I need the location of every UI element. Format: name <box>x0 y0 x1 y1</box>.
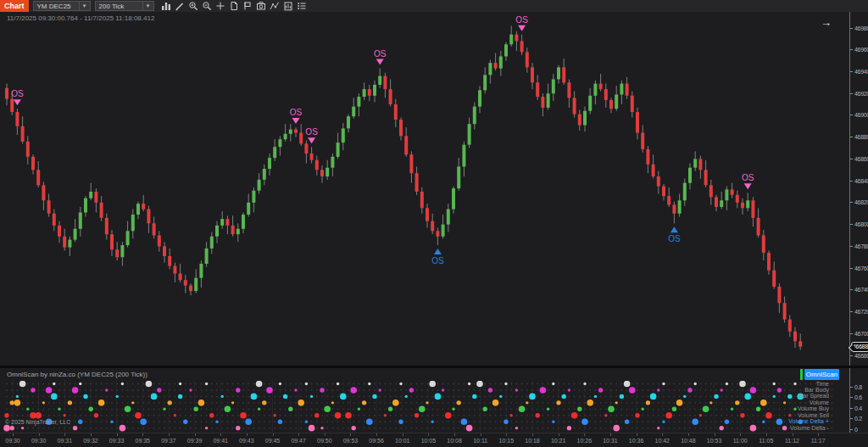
dot-grid <box>6 383 832 429</box>
candle <box>488 59 492 83</box>
candle <box>688 164 692 190</box>
pencil-icon[interactable] <box>175 1 186 11</box>
price-axis[interactable]: 4698046960469404692046900468804686046840… <box>849 12 868 433</box>
candle <box>436 227 439 245</box>
camera-icon[interactable] <box>256 1 267 11</box>
candle <box>746 193 749 211</box>
candle <box>798 333 802 349</box>
omniscan-scale-tick: 0.2 <box>850 416 862 422</box>
time-axis-label: 10:53 <box>707 438 722 444</box>
candle <box>426 204 429 227</box>
candle <box>47 194 51 217</box>
instrument-dropdown[interactable]: YM DEC25 ▾ <box>33 1 91 11</box>
chart-window: Chart YM DEC25 ▾ 200 Tick ▾ 11/7/2025 09… <box>0 0 868 447</box>
list-icon[interactable] <box>297 1 308 11</box>
time-tick <box>454 433 455 436</box>
chevron-down-icon: ▾ <box>79 2 90 10</box>
panel-splitter[interactable] <box>0 366 868 368</box>
candle <box>483 67 487 93</box>
price-tick: 46760 <box>850 265 868 271</box>
time-tick <box>247 433 248 436</box>
omniscan-panel-title: OmniScan by ninZa.co (YM DEC25 (200 Tick… <box>7 371 147 378</box>
candle <box>252 187 255 213</box>
price-tick-label: 46720 <box>854 309 868 315</box>
time-axis-label: 09:33 <box>109 438 125 444</box>
document-icon[interactable] <box>229 1 240 11</box>
last-price-tag: 46688 <box>851 342 868 352</box>
tab-chart[interactable]: Chart <box>0 0 29 12</box>
candlestick-series <box>5 25 802 349</box>
candle <box>667 187 670 207</box>
toolbar: Chart YM DEC25 ▾ 200 Tick ▾ <box>0 0 868 13</box>
candle <box>783 297 787 323</box>
candle <box>731 183 734 198</box>
price-tick-label: 46800 <box>854 221 868 227</box>
candle <box>562 59 565 85</box>
time-axis-label: 10:42 <box>654 438 670 444</box>
candle <box>626 77 629 99</box>
candle <box>357 93 360 116</box>
candle <box>715 195 718 211</box>
omniscan-scale-tick: 0.4 <box>850 405 862 411</box>
candle <box>179 264 182 282</box>
candle <box>678 194 682 217</box>
time-axis[interactable]: 09:3009:3009:3109:3209:3309:3509:3709:39… <box>0 433 868 447</box>
time-tick <box>220 433 221 436</box>
candle <box>725 187 728 210</box>
time-tick <box>766 433 767 436</box>
omniscan-scale-tick: 0.8 <box>850 383 862 390</box>
bar-chart-icon[interactable] <box>161 1 172 11</box>
candle <box>646 146 649 173</box>
crosshair-icon[interactable] <box>215 1 226 11</box>
candle <box>173 263 176 282</box>
go-to-latest-arrow-icon[interactable]: → <box>821 16 832 29</box>
candle <box>399 118 403 141</box>
zoom-out-icon[interactable] <box>202 1 213 11</box>
triangle-down-icon <box>292 118 300 124</box>
candle <box>26 136 30 164</box>
price-tick: 46860 <box>850 155 868 162</box>
candle <box>205 242 209 267</box>
zoom-in-icon[interactable] <box>188 1 199 11</box>
flag-icon[interactable] <box>242 1 253 11</box>
candle <box>757 208 760 237</box>
interval-dropdown[interactable]: 200 Tick ▾ <box>95 1 154 11</box>
candle <box>273 139 276 161</box>
candle <box>720 192 723 210</box>
time-tick <box>506 433 507 436</box>
omniscan-button[interactable]: OmniScan <box>804 369 839 380</box>
candle <box>431 214 434 234</box>
time-tick <box>818 433 819 436</box>
clipboard-icon[interactable] <box>283 1 294 11</box>
candle <box>299 124 303 146</box>
time-axis-label: 10:26 <box>577 438 593 444</box>
candle <box>662 184 665 200</box>
candle <box>499 51 503 76</box>
candle <box>115 242 119 260</box>
candle <box>641 126 644 153</box>
candle <box>94 188 97 212</box>
os-marker-label: OS <box>668 234 681 243</box>
candle <box>767 250 771 274</box>
polyline-icon[interactable] <box>270 1 281 11</box>
os-marker-down: OS <box>742 173 754 189</box>
flag-icon <box>242 1 253 11</box>
time-axis-label: 11:17 <box>811 438 826 444</box>
candle <box>89 183 92 201</box>
candle <box>520 35 524 55</box>
candle <box>478 86 481 113</box>
os-marker-label: OS <box>515 15 528 25</box>
price-tick-label: 46920 <box>854 91 868 97</box>
candle <box>736 191 739 209</box>
time-tick <box>559 433 559 436</box>
candle <box>53 210 56 232</box>
list-icon <box>297 1 307 11</box>
time-axis-label: 10:15 <box>499 438 515 444</box>
omniscan-row-label-volume-sell: Volume Sell <box>753 412 829 418</box>
time-tick <box>195 433 196 436</box>
zoom-in-icon <box>188 1 198 11</box>
candle <box>131 210 135 239</box>
candle <box>126 221 130 248</box>
candle <box>168 249 171 269</box>
document-icon <box>229 1 239 11</box>
